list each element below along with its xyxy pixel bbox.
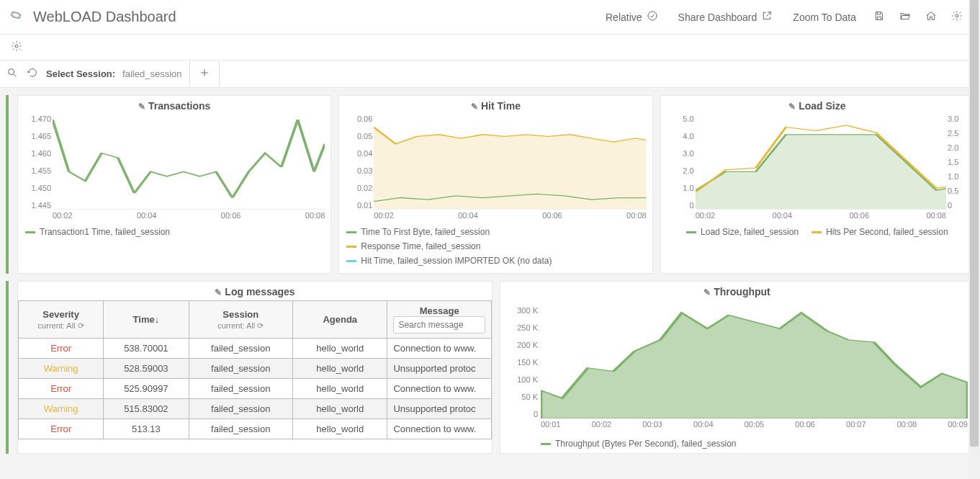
- legend-swatch: [541, 443, 551, 445]
- cell-agenda: hello_world: [293, 359, 387, 379]
- panel-title-log[interactable]: ✎Log messages: [18, 282, 492, 300]
- cell-severity: Error: [19, 419, 104, 439]
- col-time[interactable]: Time↓: [104, 301, 189, 339]
- x-axis-labels: 00:0100:0200:0300:0400:0500:0600:0700:08…: [541, 420, 968, 431]
- col-agenda[interactable]: Agenda: [293, 301, 387, 339]
- legend-item[interactable]: Throughput (Bytes Per Second), failed_se…: [555, 439, 736, 449]
- table-row[interactable]: Error525.90997failed_sessionhello_worldC…: [19, 379, 492, 399]
- panel-transactions: ✎Transactions 1.4701.4651.4601.4551.4501…: [17, 95, 331, 274]
- y-axis-labels: 0.060.050.040.030.020.01: [343, 115, 372, 210]
- legend-item[interactable]: Load Size, failed_session: [686, 227, 799, 237]
- svg-marker-6: [374, 127, 646, 209]
- table-row[interactable]: Warning515.83002failed_sessionhello_worl…: [19, 399, 492, 419]
- table-row[interactable]: Error538.70001failed_sessionhello_worldC…: [19, 339, 492, 359]
- panel-title-load-size[interactable]: ✎Load Size: [661, 96, 974, 115]
- col-session[interactable]: Sessioncurrent: All ⟳: [189, 301, 293, 339]
- refresh-icon[interactable]: [26, 67, 39, 81]
- zoom-label: Zoom To Data: [793, 12, 856, 23]
- y-axis-labels-right: 3.02.52.01.51.00.50: [948, 115, 969, 210]
- pencil-icon: ✎: [138, 102, 145, 112]
- panel-title-throughput[interactable]: ✎Throughput: [500, 282, 974, 300]
- pencil-icon: ✎: [215, 287, 222, 297]
- share-dashboard-button[interactable]: Share Dashboard: [668, 10, 783, 24]
- cell-severity: Warning: [19, 359, 104, 379]
- legend-item[interactable]: Response Time, failed_session: [346, 241, 644, 251]
- cell-session: failed_session: [189, 419, 293, 439]
- add-session-button[interactable]: [189, 61, 220, 86]
- check-circle-icon: [647, 10, 658, 24]
- legend-swatch: [346, 260, 356, 262]
- row-handle[interactable]: [6, 281, 9, 454]
- relative-label: Relative: [606, 12, 642, 23]
- cell-message: Connection to www.: [387, 419, 492, 439]
- cell-message: Unsupported protoc: [387, 359, 492, 379]
- cell-agenda: hello_world: [293, 419, 387, 439]
- zoom-to-data-button[interactable]: Zoom To Data: [783, 12, 866, 23]
- chart-transactions[interactable]: 1.4701.4651.4601.4551.4501.445 00:0200:0…: [18, 115, 331, 223]
- cell-message: Connection to www.: [387, 339, 492, 359]
- cell-time: 525.90997: [104, 379, 189, 399]
- open-folder-button[interactable]: [892, 10, 918, 24]
- message-search-input[interactable]: [393, 316, 485, 333]
- cell-severity: Error: [19, 379, 104, 399]
- app-title[interactable]: WebLOAD Dashboard: [33, 9, 176, 25]
- cell-message: Connection to www.: [387, 379, 492, 399]
- legend-transactions: Transaction1 Time, failed_session: [18, 223, 331, 244]
- x-axis-labels: 00:0200:0400:0600:08: [374, 211, 646, 223]
- svg-point-1: [11, 10, 22, 19]
- cell-message: Unsupported protoc: [387, 399, 492, 419]
- legend-load-size: Load Size, failed_session Hits Per Secon…: [661, 223, 974, 244]
- cell-severity: Warning: [19, 399, 104, 419]
- cell-session: failed_session: [189, 379, 293, 399]
- legend-swatch: [346, 231, 356, 233]
- cell-agenda: hello_world: [293, 339, 387, 359]
- legend-swatch: [686, 231, 696, 233]
- svg-point-4: [15, 45, 18, 48]
- settings-button[interactable]: [944, 10, 970, 24]
- refresh-icon: ⟳: [257, 321, 264, 330]
- chart-throughput[interactable]: 300 K250 K200 K150 K100 K50 K0 00:0100:0…: [500, 300, 974, 437]
- panel-title-hit-time[interactable]: ✎Hit Time: [339, 96, 652, 115]
- select-session-label: Select Session:: [46, 68, 115, 79]
- cell-session: failed_session: [189, 399, 293, 419]
- col-severity[interactable]: Severitycurrent: All ⟳: [19, 301, 104, 339]
- y-axis-labels: 300 K250 K200 K150 K100 K50 K0: [505, 306, 538, 418]
- panel-load-size: ✎Load Size 5.04.03.02.01.00 3.02.52.01.5…: [660, 95, 974, 274]
- top-bar: WebLOAD Dashboard Relative Share Dashboa…: [0, 0, 980, 35]
- legend-swatch: [812, 231, 822, 233]
- home-button[interactable]: [918, 10, 944, 24]
- svg-marker-8: [541, 313, 968, 418]
- sort-desc-icon: ↓: [155, 314, 160, 325]
- pencil-icon: ✎: [703, 287, 711, 297]
- panel-title-transactions[interactable]: ✎Transactions: [18, 96, 331, 115]
- table-row[interactable]: Error513.13failed_sessionhello_worldConn…: [19, 419, 492, 439]
- legend-item[interactable]: Time To First Byte, failed_session: [346, 227, 644, 237]
- panels-row-1: ✎Transactions 1.4701.4651.4601.4551.4501…: [0, 88, 980, 274]
- relative-time-picker[interactable]: Relative: [595, 10, 668, 24]
- cell-time: 515.83002: [104, 399, 189, 419]
- cell-severity: Error: [19, 339, 104, 359]
- row-handle[interactable]: [6, 95, 9, 274]
- refresh-icon: ⟳: [78, 321, 84, 330]
- scrollbar-thumb[interactable]: [970, 0, 979, 447]
- legend-item[interactable]: Hit Time, failed_session IMPORTED OK (no…: [346, 256, 644, 266]
- row-settings-button[interactable]: [6, 40, 27, 54]
- share-label: Share Dashboard: [678, 12, 758, 23]
- col-message: Message: [387, 301, 492, 339]
- scrollbar[interactable]: [968, 0, 980, 479]
- panels-row-2: ✎Log messages Severitycurrent: All ⟳ Tim…: [0, 274, 980, 454]
- table-row[interactable]: Warning528.59003failed_sessionhello_worl…: [19, 359, 492, 379]
- cell-agenda: hello_world: [293, 379, 387, 399]
- x-axis-labels: 00:0200:0400:0600:08: [696, 211, 946, 223]
- x-axis-labels: 00:0200:0400:0600:08: [53, 211, 325, 223]
- log-table: Severitycurrent: All ⟳ Time↓ Sessioncurr…: [18, 300, 492, 439]
- search-icon[interactable]: [6, 67, 19, 81]
- save-button[interactable]: [866, 10, 892, 24]
- pencil-icon: ✎: [788, 102, 796, 112]
- legend-hit-time: Time To First Byte, failed_session Respo…: [339, 223, 652, 273]
- legend-item[interactable]: Transaction1 Time, failed_session: [25, 227, 323, 237]
- chart-hit-time[interactable]: 0.060.050.040.030.020.01 00:0200:0400:06…: [339, 115, 652, 223]
- chart-load-size[interactable]: 5.04.03.02.01.00 3.02.52.01.51.00.50 00:…: [661, 115, 974, 223]
- legend-item[interactable]: Hits Per Second, failed_session: [812, 227, 948, 237]
- session-value[interactable]: failed_session: [122, 68, 181, 79]
